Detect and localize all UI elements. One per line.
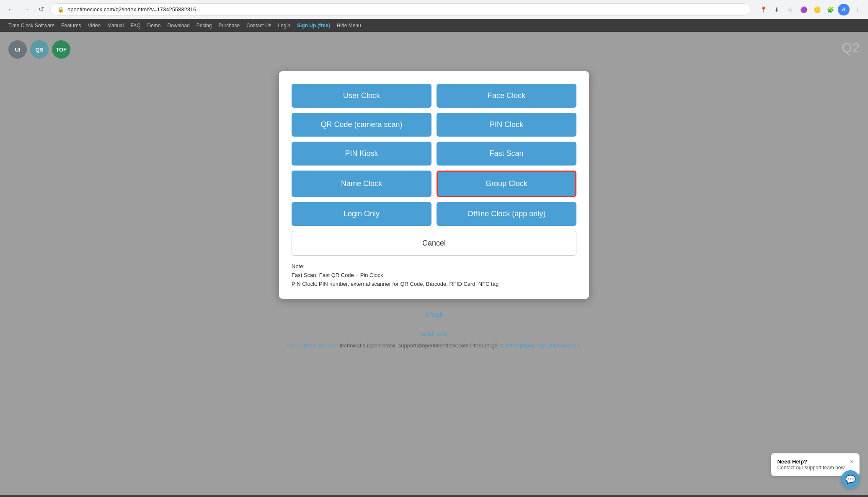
note-line2: PIN Clock: PIN number, external scanner …	[292, 281, 499, 287]
nav-item-pricing[interactable]: Pricing	[193, 21, 215, 30]
avatar-ui[interactable]: UI	[8, 40, 27, 59]
nav-item-faq[interactable]: FAQ	[127, 21, 144, 30]
extensions-btn[interactable]: 🧩	[824, 4, 836, 16]
footer-support-text: technical support email: support@opentim…	[340, 342, 498, 349]
avatar-tof[interactable]: TOF	[52, 40, 70, 59]
face-clock-button[interactable]: Face Clock	[437, 84, 576, 108]
refresh-button[interactable]: ↺	[35, 4, 47, 16]
nav-item-hidemenu[interactable]: Hide Menu	[333, 21, 364, 30]
nav-item-purchase[interactable]: Purchase	[215, 21, 243, 30]
nav-item-demo[interactable]: Demo	[144, 21, 164, 30]
bottom-footer: Privacy Clock Software Features Video FA…	[0, 495, 868, 497]
help-chat-icon[interactable]: 💬	[841, 470, 860, 489]
pin-clock-button[interactable]: PIN Clock	[437, 113, 576, 137]
lock-icon: 🔒	[57, 6, 64, 13]
browser-icons: 📍 ⬇ ☆ 🟣 🟡 🧩 A ⋮	[757, 4, 863, 16]
modal-overlay: User Clock Face Clock QR Code (camera sc…	[8, 67, 860, 303]
forward-button[interactable]: →	[20, 4, 32, 16]
nav-item-signup[interactable]: Sign Up (free)	[294, 21, 333, 30]
location-icon-btn[interactable]: 📍	[757, 4, 769, 16]
opentimeclock-link[interactable]: OpenTimeClock.com	[287, 342, 338, 349]
login-only-button[interactable]: Login Only	[292, 202, 431, 226]
fast-scan-button[interactable]: Fast Scan	[437, 142, 576, 166]
url-text: opentimeclock.com/q2/index.html?v=173425…	[67, 6, 744, 13]
help-close-button[interactable]: ×	[850, 458, 853, 465]
footer-content: refresh small web OpenTimeClock.com tech…	[8, 303, 860, 357]
note-line1: Fast Scan: Fast QR Code + Pin Clock	[292, 272, 383, 278]
help-title: Need Help?	[777, 458, 845, 465]
refresh-link[interactable]: refresh	[17, 311, 851, 318]
pin-kiosk-button[interactable]: PIN Kiosk	[292, 142, 431, 166]
avatar-circles: UI QS TOF	[8, 40, 860, 59]
nav-item-contact[interactable]: Contact Us	[243, 21, 274, 30]
nav-item-features[interactable]: Features	[58, 21, 84, 30]
profile-avatar[interactable]: A	[838, 4, 850, 16]
offline-clock-button[interactable]: Offline Clock (app only)	[437, 202, 576, 226]
qr-code-button[interactable]: QR Code (camera scan)	[292, 113, 431, 137]
name-clock-button[interactable]: Name Clock	[292, 171, 431, 197]
download-icon-btn[interactable]: ⬇	[771, 4, 783, 16]
avatar-qs[interactable]: QS	[30, 40, 49, 59]
help-text-content: Need Help? Contact our support team now.	[777, 458, 845, 471]
browser-chrome: ← → ↺ 🔒 opentimeclock.com/q2/index.html?…	[0, 0, 868, 19]
extension-yellow-btn[interactable]: 🟡	[811, 4, 823, 16]
manual-footer-link[interactable]: Manual	[563, 342, 581, 349]
video-footer-link[interactable]: Video	[548, 342, 561, 349]
help-subtitle: Contact our support team now.	[777, 465, 845, 471]
user-clock-button[interactable]: User Clock	[292, 84, 431, 108]
nav-item-login[interactable]: Login	[275, 21, 294, 30]
nav-item-video[interactable]: Video	[85, 21, 104, 30]
cancel-button[interactable]: Cancel	[292, 231, 576, 256]
desktop-app-link[interactable]: desktop/phone app	[499, 342, 546, 349]
nav-item-manual[interactable]: Manual	[104, 21, 127, 30]
q2-label: Q2	[842, 40, 860, 56]
note-section: Note: Fast Scan: Fast QR Code + Pin Cloc…	[292, 262, 576, 288]
menu-dots-btn[interactable]: ⋮	[851, 4, 863, 16]
address-bar[interactable]: 🔒 opentimeclock.com/q2/index.html?v=1734…	[50, 3, 751, 16]
back-button[interactable]: ←	[5, 4, 17, 16]
star-icon-btn[interactable]: ☆	[784, 4, 796, 16]
page-content: UI QS TOF Q2 User Clock Face Clock QR Co…	[0, 32, 868, 495]
nav-item-timeclock[interactable]: Time Clock Software	[5, 21, 58, 30]
note-label: Note:	[292, 263, 305, 269]
modal: User Clock Face Clock QR Code (camera sc…	[279, 71, 589, 299]
modal-grid: User Clock Face Clock QR Code (camera sc…	[292, 84, 576, 226]
small-web-link[interactable]: small web	[17, 331, 851, 337]
footer-text: OpenTimeClock.com technical support emai…	[17, 342, 851, 349]
browser-toolbar: ← → ↺ 🔒 opentimeclock.com/q2/index.html?…	[0, 0, 868, 19]
group-clock-button[interactable]: Group Clock	[437, 171, 576, 197]
nav-item-download[interactable]: Download	[164, 21, 193, 30]
nav-menu: Time Clock Software Features Video Manua…	[0, 19, 868, 32]
extension-purple-btn[interactable]: 🟣	[798, 4, 809, 16]
